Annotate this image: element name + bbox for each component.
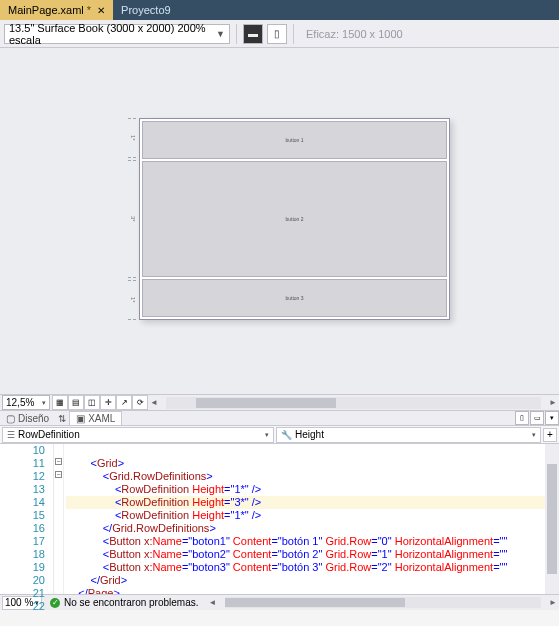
status-message: No se encontraron problemas. [64,597,199,608]
row-adorner-0[interactable]: 1* [128,118,136,158]
artboard[interactable]: button 1 button 2 button 3 [139,118,450,320]
swap-panes-button[interactable]: ⇅ [55,413,69,424]
device-combo-value: 13.5" Surface Book (3000 x 2000) 200% es… [9,22,216,46]
split-horizontal-button[interactable]: ▭ [530,411,544,425]
scroll-left-icon[interactable]: ◄ [148,398,160,407]
chevron-down-icon: ▾ [42,399,46,407]
member-value: Height [295,429,324,440]
snap-lines-button[interactable]: ✛ [100,395,116,410]
collapse-pane-button[interactable]: ▾ [545,411,559,425]
editor-hscroll[interactable] [225,597,541,608]
scroll-thumb[interactable] [547,464,557,574]
tab-label: MainPage.xaml [8,4,84,16]
split-vertical-button[interactable]: ▯ [515,411,529,425]
code-nav-bar: ☰ RowDefinition ▾ 🔧 Height ▾ + [0,426,559,444]
outline-toggle[interactable]: − [55,458,62,465]
effective-resolution-label: Eficaz: 1500 x 1000 [306,28,403,40]
designer-footer: 12,5% ▾ ▦ ▤ ◫ ✛ ↗ ⟳ ◄ ► [0,394,559,410]
orientation-landscape-button[interactable]: ▬ [243,24,263,44]
ok-icon: ✓ [50,598,60,608]
scroll-left-icon[interactable]: ◄ [207,598,219,607]
scroll-thumb[interactable] [196,398,336,408]
chevron-down-icon: ▼ [216,29,225,39]
toolbar-separator [236,24,237,44]
xaml-icon: ▣ [76,413,85,424]
device-combo[interactable]: 13.5" Surface Book (3000 x 2000) 200% es… [4,24,230,44]
row-adorner-1[interactable]: 3* [128,160,136,278]
outline-toggle[interactable]: − [55,471,62,478]
row-adorner-2[interactable]: 1* [128,280,136,320]
code-content[interactable]: <Grid> <Grid.RowDefinitions> <RowDefinit… [64,444,545,594]
design-button-3[interactable]: button 3 [142,279,447,317]
designer-toolbar: 13.5" Surface Book (3000 x 2000) 200% es… [0,20,559,48]
xaml-tab-label: XAML [88,413,115,424]
show-handles-button[interactable]: ↗ [116,395,132,410]
wrench-icon: 🔧 [281,430,292,440]
close-icon[interactable]: ✕ [97,5,105,16]
status-bar: 100 % ▾ ✓ No se encontraron problemas. ◄… [0,594,559,610]
chevron-down-icon: ▾ [265,431,269,439]
designer-surface[interactable]: 1* 3* 1* button 1 button 2 button 3 [0,48,559,394]
document-tab-mainpage[interactable]: MainPage.xaml * ✕ [0,0,113,20]
design-button-2[interactable]: button 2 [142,161,447,277]
grid-view-alt-button[interactable]: ▤ [68,395,84,410]
design-icon: ▢ [6,413,15,424]
zoom-value: 12,5% [6,397,34,408]
toolbar-separator [293,24,294,44]
add-member-button[interactable]: + [543,428,557,442]
chevron-down-icon: ▾ [532,431,536,439]
designer-zoom-combo[interactable]: 12,5% ▾ [2,395,50,410]
designer-view-buttons: ▦ ▤ ◫ ✛ ↗ ⟳ [52,395,148,410]
code-editor[interactable]: 10111213141516171819202122 − − <Grid> <G… [0,444,559,594]
split-tab-row: ▢ Diseño ⇅ ▣ XAML ▯ ▭ ▾ [0,410,559,426]
designer-hscroll[interactable] [166,397,541,409]
document-tabstrip: MainPage.xaml * ✕ Proyecto9 [0,0,559,20]
grid-view-button[interactable]: ▦ [52,395,68,410]
member-combo[interactable]: 🔧 Height ▾ [276,427,541,443]
refresh-button[interactable]: ⟳ [132,395,148,410]
scroll-thumb[interactable] [225,598,405,607]
scroll-right-icon[interactable]: ► [547,598,559,607]
outline-margin: − − [54,444,64,594]
dirty-indicator: * [87,4,91,16]
snap-button[interactable]: ◫ [84,395,100,410]
design-tab-label: Diseño [18,413,49,424]
design-button-1[interactable]: button 1 [142,121,447,159]
scope-icon: ☰ [7,430,15,440]
scope-value: RowDefinition [18,429,80,440]
line-gutter: 10111213141516171819202122 [0,444,54,594]
scroll-right-icon[interactable]: ► [547,398,559,407]
tab-label: Proyecto9 [121,4,171,16]
row-ruler: 1* 3* 1* [128,118,136,320]
editor-vscroll[interactable] [545,444,559,594]
orientation-portrait-button[interactable]: ▯ [267,24,287,44]
design-tab[interactable]: ▢ Diseño [0,411,55,425]
scope-combo[interactable]: ☰ RowDefinition ▾ [2,427,274,443]
xaml-tab[interactable]: ▣ XAML [69,411,122,425]
document-tab-proyecto9[interactable]: Proyecto9 [113,0,179,20]
